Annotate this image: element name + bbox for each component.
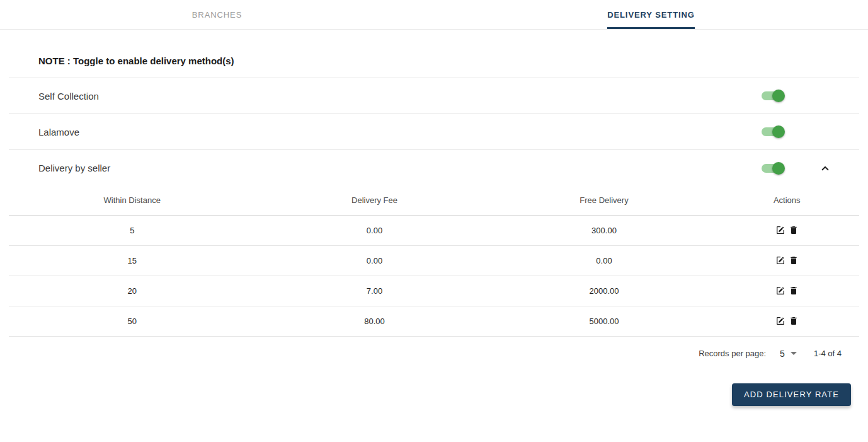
- method-row-lalamove: Lalamove: [9, 114, 859, 150]
- collapse-section-button[interactable]: [819, 163, 831, 174]
- trash-icon: [789, 316, 799, 326]
- toggle-thumb: [772, 125, 785, 138]
- cell-delivery-fee: 0.00: [256, 215, 494, 245]
- delivery-rates-table: Within Distance Delivery Fee Free Delive…: [9, 186, 859, 337]
- table-row: 15 0.00 0.00: [9, 245, 859, 276]
- header-free-delivery: Free Delivery: [494, 186, 715, 215]
- method-row-self-collection: Self Collection: [9, 78, 859, 114]
- delete-rate-button[interactable]: [788, 286, 799, 296]
- delivery-setting-panel: NOTE : Toggle to enable delivery method(…: [9, 30, 859, 406]
- row-actions: [715, 255, 860, 266]
- edit-icon: [775, 316, 785, 326]
- cell-delivery-fee: 80.00: [256, 306, 494, 336]
- records-per-page-select[interactable]: 5: [780, 349, 797, 359]
- cell-within-distance: 20: [9, 276, 256, 306]
- records-per-page-value: 5: [780, 349, 785, 359]
- cell-within-distance: 50: [9, 306, 256, 336]
- delivery-by-seller-toggle[interactable]: [762, 162, 783, 175]
- cell-free-delivery: 2000.00: [494, 276, 715, 306]
- cell-within-distance: 5: [9, 215, 256, 245]
- edit-rate-button[interactable]: [775, 286, 785, 296]
- tab-branches-label: BRANCHES: [192, 0, 242, 29]
- trash-icon: [789, 255, 799, 265]
- lalamove-toggle[interactable]: [762, 125, 783, 138]
- cell-free-delivery: 0.00: [494, 245, 715, 276]
- tab-bar: BRANCHES DELIVERY SETTING: [0, 0, 868, 30]
- self-collection-toggle[interactable]: [762, 90, 783, 102]
- trash-icon: [789, 225, 799, 235]
- tab-delivery-setting[interactable]: DELIVERY SETTING: [434, 0, 868, 29]
- table-row: 20 7.00 2000.00: [9, 276, 859, 306]
- note-text: NOTE : Toggle to enable delivery method(…: [38, 55, 859, 66]
- row-actions: [715, 225, 860, 236]
- table-pagination: Records per page: 5 1-4 of 4: [9, 337, 859, 371]
- delete-rate-button[interactable]: [788, 316, 799, 327]
- cell-delivery-fee: 0.00: [256, 245, 494, 276]
- delete-rate-button[interactable]: [788, 225, 799, 236]
- table-row: 50 80.00 5000.00: [9, 306, 859, 336]
- pagination-range: 1-4 of 4: [814, 349, 842, 358]
- method-label-delivery-by-seller: Delivery by seller: [38, 163, 762, 173]
- cell-free-delivery: 5000.00: [494, 306, 715, 336]
- header-delivery-fee: Delivery Fee: [256, 186, 494, 215]
- cell-free-delivery: 300.00: [494, 215, 715, 245]
- header-actions: Actions: [715, 186, 860, 215]
- table-header-row: Within Distance Delivery Fee Free Delive…: [9, 186, 859, 215]
- toggle-thumb: [772, 162, 785, 175]
- edit-rate-button[interactable]: [775, 316, 785, 327]
- table-row: 5 0.00 300.00: [9, 215, 859, 245]
- note-section: NOTE : Toggle to enable delivery method(…: [9, 30, 859, 78]
- trash-icon: [789, 286, 799, 296]
- method-row-delivery-by-seller: Delivery by seller: [9, 150, 859, 186]
- dropdown-caret-icon: [791, 352, 797, 355]
- method-label-lalamove: Lalamove: [38, 127, 762, 137]
- delete-rate-button[interactable]: [788, 255, 799, 266]
- row-actions: [715, 316, 860, 327]
- edit-icon: [775, 225, 785, 235]
- tab-delivery-setting-label: DELIVERY SETTING: [607, 0, 695, 29]
- add-delivery-rate-button[interactable]: ADD DELIVERY RATE: [732, 383, 851, 406]
- edit-rate-button[interactable]: [775, 225, 785, 236]
- button-row: ADD DELIVERY RATE: [9, 383, 859, 406]
- edit-rate-button[interactable]: [775, 255, 785, 266]
- tab-branches[interactable]: BRANCHES: [0, 0, 434, 29]
- cell-within-distance: 15: [9, 245, 256, 276]
- cell-delivery-fee: 7.00: [256, 276, 494, 306]
- chevron-up-icon: [819, 163, 831, 174]
- records-per-page-label: Records per page:: [699, 349, 766, 358]
- toggle-thumb: [772, 90, 785, 102]
- row-actions: [715, 286, 860, 296]
- edit-icon: [775, 255, 785, 265]
- method-label-self-collection: Self Collection: [38, 91, 762, 102]
- edit-icon: [775, 286, 785, 296]
- header-within-distance: Within Distance: [9, 186, 256, 215]
